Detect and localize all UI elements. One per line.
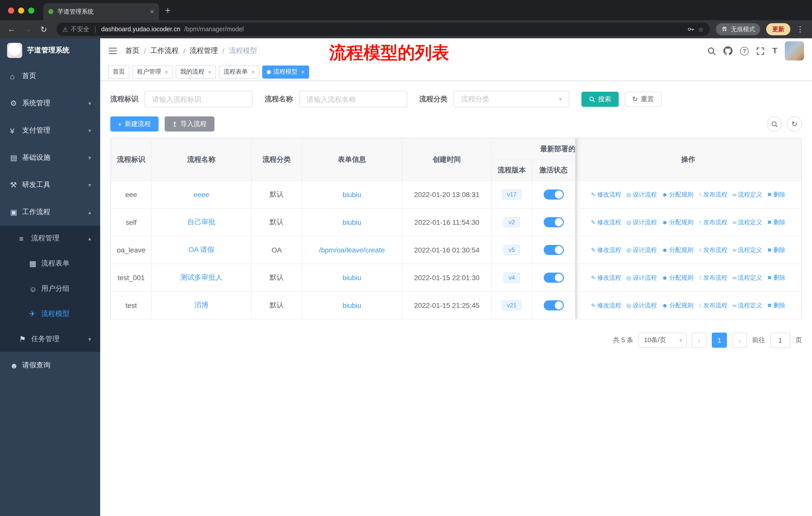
action-definition[interactable]: ∞流程定义 [732,246,762,254]
browser-menu-icon[interactable]: ⋮ [793,25,807,34]
tab-close-icon[interactable]: × [150,7,154,16]
create-process-button[interactable]: + 新建流程 [110,116,158,132]
action-delete[interactable]: ✖删除 [767,246,785,254]
prev-page-button[interactable]: ‹ [692,332,707,348]
fullscreen-icon[interactable] [756,47,765,55]
action-definition[interactable]: ∞流程定义 [732,301,762,310]
close-icon[interactable]: × [208,68,211,75]
search-button[interactable]: 搜索 [581,91,619,107]
bookmark-star-icon[interactable]: ☆ [698,25,704,33]
browser-tab[interactable]: 芋道管理系统 × [43,3,159,20]
import-process-button[interactable]: ↥ 导入流程 [164,116,214,132]
active-toggle[interactable] [544,273,563,283]
refresh-table-button[interactable]: ↻ [787,116,802,132]
toggle-search-button[interactable] [767,116,782,132]
active-toggle[interactable] [544,217,563,227]
hamburger-icon[interactable] [108,47,117,55]
close-icon[interactable]: × [301,68,304,75]
github-icon[interactable] [723,46,732,55]
close-icon[interactable]: × [251,68,255,75]
next-page-button[interactable]: › [732,332,747,348]
sidebar-item-dev-tools[interactable]: ⚒ 研发工具 ▾ [0,171,100,198]
breadcrumb-workflow[interactable]: 工作流程 [150,46,179,55]
action-publish[interactable]: ☝发布流程 [698,274,727,282]
sidebar-item-workflow[interactable]: ▣ 工作流程 ▴ [0,198,100,226]
action-definition[interactable]: ∞流程定义 [732,190,762,199]
form-info-link[interactable]: /bpm/oa/leave/create [319,246,385,254]
help-icon[interactable]: ? [740,47,749,55]
update-button[interactable]: 更新 [766,23,790,35]
breadcrumb-process-management[interactable]: 流程管理 [190,46,218,55]
tag-home[interactable]: 首页 [108,65,129,78]
sidebar-item-home[interactable]: ⌂ 首页 [0,62,100,90]
process-id-input[interactable] [144,91,253,107]
process-name-link[interactable]: OA 请假 [188,245,214,253]
action-assign-rule[interactable]: ☻分配规则 [662,301,693,310]
tag-my-process[interactable]: 我的流程 × [176,65,216,78]
action-design[interactable]: ◎设计流程 [626,246,657,254]
action-modify[interactable]: ✎修改流程 [591,218,621,227]
tag-tenant-management[interactable]: 租户管理 × [133,65,173,78]
breadcrumb-home[interactable]: 首页 [125,46,140,55]
action-modify[interactable]: ✎修改流程 [591,246,621,254]
search-icon[interactable] [707,47,716,55]
action-modify[interactable]: ✎修改流程 [591,190,621,199]
active-toggle[interactable] [544,300,563,310]
active-toggle[interactable] [544,189,563,199]
reload-icon[interactable]: ↻ [37,23,50,36]
security-chip[interactable]: ⚠ 不安全 [62,25,89,33]
tag-process-model[interactable]: 流程模型 × [262,65,309,78]
sidebar-item-user-group[interactable]: ☺ 用户分组 [0,276,100,301]
sidebar-item-process-form[interactable]: ▦ 流程表单 [0,251,100,276]
action-publish[interactable]: ☝发布流程 [698,218,727,227]
sidebar-item-payment-management[interactable]: ¥ 支付管理 ▾ [0,117,100,144]
action-design[interactable]: ◎设计流程 [626,190,657,199]
form-info-link[interactable]: biubiu [343,274,361,282]
action-design[interactable]: ◎设计流程 [626,218,657,227]
action-assign-rule[interactable]: ☻分配规则 [662,273,693,282]
minimize-window-button[interactable] [18,7,24,13]
key-icon[interactable] [687,26,694,33]
sidebar-item-infrastructure[interactable]: ▤ 基础设施 ▾ [0,144,100,171]
action-assign-rule[interactable]: ☻分配规则 [662,218,693,226]
action-delete[interactable]: ✖删除 [767,190,785,199]
action-assign-rule[interactable]: ☻分配规则 [662,190,693,199]
close-window-button[interactable] [8,7,14,13]
sidebar-item-system-management[interactable]: ⚙ 系统管理 ▾ [0,90,100,117]
reset-button[interactable]: ↻ 重置 [625,91,662,107]
sidebar-item-leave-query[interactable]: ☻ 请假查询 [0,352,100,379]
font-size-icon[interactable]: T [772,46,777,55]
action-assign-rule[interactable]: ☻分配规则 [662,246,693,254]
user-avatar[interactable] [785,41,804,60]
action-definition[interactable]: ∞流程定义 [732,273,762,282]
form-info-link[interactable]: biubiu [343,190,361,198]
form-info-link[interactable]: biubiu [343,301,361,309]
action-design[interactable]: ◎设计流程 [626,274,657,282]
form-info-link[interactable]: biubiu [343,218,361,226]
process-name-link[interactable]: eeee [194,190,209,198]
action-design[interactable]: ◎设计流程 [626,301,657,310]
goto-page-input[interactable] [770,332,790,348]
sidebar-item-process-model[interactable]: ✈ 流程模型 [0,301,100,327]
action-publish[interactable]: ☝发布流程 [698,301,727,310]
process-category-select[interactable]: 流程分类 ▾ [454,91,569,107]
action-modify[interactable]: ✎修改流程 [591,301,621,310]
close-icon[interactable]: × [165,68,168,75]
url-bar[interactable]: ⚠ 不安全 | dashboard.yudao.iocoder.cn/bpm/m… [56,23,710,36]
action-publish[interactable]: ☝发布流程 [698,190,727,199]
action-delete[interactable]: ✖删除 [767,301,785,310]
process-name-input[interactable] [299,91,407,107]
action-definition[interactable]: ∞流程定义 [732,218,762,226]
sidebar-item-task-management[interactable]: ⚑ 任务管理 ▾ [0,327,100,352]
zoom-window-button[interactable] [28,7,34,13]
action-delete[interactable]: ✖删除 [767,218,785,227]
page-1-button[interactable]: 1 [712,332,727,348]
forward-icon[interactable]: → [21,23,34,36]
process-name-link[interactable]: 测试多审批人 [180,273,223,281]
action-modify[interactable]: ✎修改流程 [591,274,621,282]
process-name-link[interactable]: 自己审批 [187,218,215,226]
back-icon[interactable]: ← [5,23,18,36]
process-name-link[interactable]: 滔博 [194,301,208,309]
action-publish[interactable]: ☝发布流程 [698,246,727,254]
tag-process-form[interactable]: 流程表单 × [219,65,259,78]
